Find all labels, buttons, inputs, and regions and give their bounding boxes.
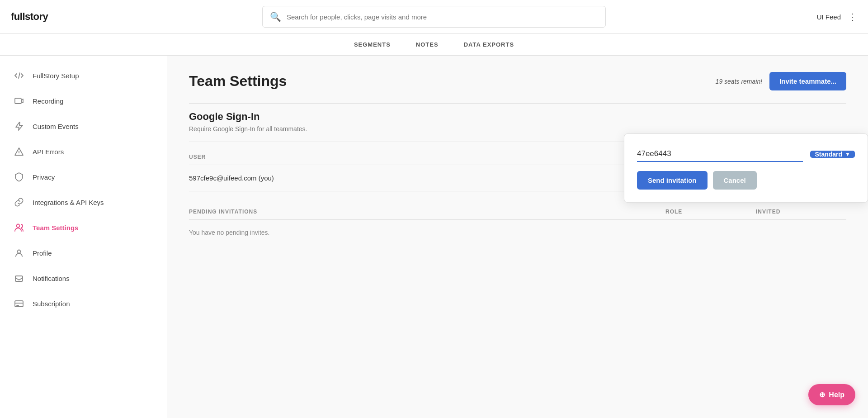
profile-icon bbox=[13, 247, 25, 259]
invite-teammate-button[interactable]: Invite teammate... bbox=[769, 72, 846, 90]
invite-email-input[interactable] bbox=[637, 147, 803, 162]
svg-point-3 bbox=[17, 224, 20, 228]
send-invitation-button[interactable]: Send invitation bbox=[637, 171, 708, 190]
sidebar: FullStory Setup Recording Custom Events … bbox=[0, 56, 167, 418]
pending-header: PENDING INVITATIONS ROLE INVITED bbox=[189, 204, 846, 220]
help-button[interactable]: ⊕ Help bbox=[808, 384, 855, 405]
lightning-icon bbox=[13, 120, 25, 133]
sidebar-item-recording[interactable]: Recording bbox=[0, 88, 167, 114]
layout: FullStory Setup Recording Custom Events … bbox=[0, 56, 868, 418]
help-label: Help bbox=[829, 391, 844, 399]
navbar: SEGMENTS NOTES DATA EXPORTS bbox=[0, 34, 868, 56]
sidebar-label: Notifications bbox=[33, 275, 70, 282]
main-content: Team Settings 19 seats remain! Invite te… bbox=[167, 56, 868, 418]
topbar-right: UI Feed ⋮ bbox=[785, 11, 857, 22]
sidebar-item-notifications[interactable]: Notifications bbox=[0, 266, 167, 291]
link-icon bbox=[13, 196, 25, 209]
topbar: fullstory 🔍 UI Feed ⋮ bbox=[0, 0, 868, 34]
subscription-icon bbox=[13, 297, 25, 310]
chevron-down-icon: ▼ bbox=[845, 151, 850, 157]
pending-empty-message: You have no pending invites. bbox=[189, 220, 846, 245]
google-signin-section: Google Sign-In Require Google Sign-In fo… bbox=[189, 111, 846, 133]
sidebar-item-team-settings[interactable]: Team Settings bbox=[0, 215, 167, 240]
cancel-button[interactable]: Cancel bbox=[713, 171, 757, 190]
nav-data-exports[interactable]: DATA EXPORTS bbox=[462, 34, 516, 55]
logo: fullstory bbox=[11, 11, 83, 23]
user-name: UI Feed bbox=[817, 13, 841, 21]
sidebar-item-fullstory-setup[interactable]: FullStory Setup bbox=[0, 63, 167, 88]
header-invited: INVITED bbox=[756, 209, 846, 215]
header-right: 19 seats remain! Invite teammate... bbox=[716, 72, 846, 90]
role-label: Standard bbox=[815, 151, 842, 158]
header-user: USER bbox=[189, 154, 665, 160]
team-icon bbox=[13, 221, 25, 234]
sidebar-item-custom-events[interactable]: Custom Events bbox=[0, 114, 167, 139]
popup-actions: Send invitation Cancel bbox=[637, 171, 855, 190]
invite-popup: Standard ▼ Send invitation Cancel bbox=[624, 133, 868, 203]
help-icon: ⊕ bbox=[819, 390, 825, 399]
sidebar-label: Recording bbox=[33, 97, 63, 105]
sidebar-label: Privacy bbox=[33, 173, 55, 181]
sidebar-label: API Errors bbox=[33, 148, 64, 156]
notifications-icon bbox=[13, 272, 25, 285]
header-divider bbox=[189, 103, 846, 104]
svg-rect-0 bbox=[15, 98, 21, 104]
page-title: Team Settings bbox=[189, 73, 287, 90]
search-input[interactable] bbox=[287, 13, 598, 21]
more-icon[interactable]: ⋮ bbox=[848, 11, 857, 22]
page-header: Team Settings 19 seats remain! Invite te… bbox=[189, 72, 846, 90]
sidebar-label: Subscription bbox=[33, 300, 70, 308]
header-pending: PENDING INVITATIONS bbox=[189, 209, 665, 215]
sidebar-label: FullStory Setup bbox=[33, 72, 79, 80]
sidebar-item-privacy[interactable]: Privacy bbox=[0, 164, 167, 190]
sidebar-label: Profile bbox=[33, 249, 52, 257]
nav-segments[interactable]: SEGMENTS bbox=[352, 34, 392, 55]
nav-notes[interactable]: NOTES bbox=[414, 34, 440, 55]
user-email: 597cfe9c@uifeed.com (you) bbox=[189, 174, 665, 182]
warning-icon bbox=[13, 145, 25, 158]
sidebar-item-integrations[interactable]: Integrations & API Keys bbox=[0, 190, 167, 215]
google-signin-title: Google Sign-In bbox=[189, 111, 846, 123]
svg-point-4 bbox=[18, 250, 21, 253]
search-bar: 🔍 bbox=[262, 6, 606, 28]
role-selector[interactable]: Standard ▼ bbox=[810, 151, 855, 158]
sidebar-label: Custom Events bbox=[33, 123, 79, 130]
sidebar-item-api-errors[interactable]: API Errors bbox=[0, 139, 167, 164]
search-icon: 🔍 bbox=[270, 11, 281, 22]
sidebar-item-profile[interactable]: Profile bbox=[0, 240, 167, 266]
shield-icon bbox=[13, 171, 25, 183]
google-signin-desc: Require Google Sign-In for all teammates… bbox=[189, 125, 846, 133]
sidebar-label: Integrations & API Keys bbox=[33, 199, 104, 206]
recording-icon bbox=[13, 95, 25, 107]
code-icon bbox=[13, 69, 25, 82]
sidebar-label: Team Settings bbox=[33, 224, 78, 232]
header-pending-role: ROLE bbox=[665, 209, 756, 215]
svg-point-2 bbox=[19, 154, 19, 155]
sidebar-item-subscription[interactable]: Subscription bbox=[0, 291, 167, 316]
svg-rect-6 bbox=[15, 301, 23, 307]
popup-input-row: Standard ▼ bbox=[637, 147, 855, 162]
seats-remaining: 19 seats remain! bbox=[716, 78, 763, 85]
